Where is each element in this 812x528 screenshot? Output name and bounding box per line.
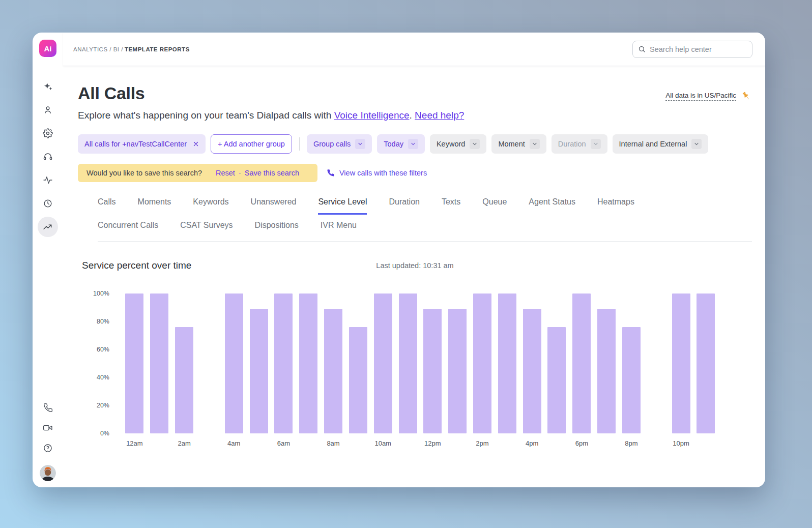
selected-group-chip[interactable]: All calls for +navTestCallCenter	[78, 134, 206, 154]
sidebar-item-history[interactable]	[38, 193, 58, 214]
pin-icon[interactable]	[741, 91, 752, 102]
tab-unanswered[interactable]: Unanswered	[251, 197, 297, 215]
x-axis-label	[147, 439, 172, 447]
headset-icon	[43, 152, 53, 162]
tab-csat-surveys[interactable]: CSAT Surveys	[180, 221, 233, 233]
tab-service-level[interactable]: Service Level	[318, 197, 367, 215]
tabs-divider	[98, 241, 752, 242]
bar-9am	[349, 327, 367, 433]
filter-dropdown-today[interactable]: Today	[377, 134, 425, 154]
sidebar-item-help[interactable]	[38, 438, 58, 458]
bar-12am	[125, 294, 143, 433]
tab-concurrent-calls[interactable]: Concurrent Calls	[98, 221, 158, 233]
filter-dropdown-label: Keyword	[437, 140, 465, 148]
timezone-text[interactable]: All data is in US/Pacific	[665, 92, 736, 101]
sidebar-item-analytics[interactable]	[38, 217, 58, 237]
x-axis-label	[246, 439, 271, 447]
history-icon	[43, 198, 53, 209]
sidebar-item-settings[interactable]	[38, 123, 58, 143]
filter-dropdown-label: Moment	[498, 140, 525, 148]
save-search-link[interactable]: Save this search	[245, 169, 299, 177]
bar-1pm	[448, 309, 467, 433]
help-search-box[interactable]	[632, 41, 752, 58]
bar-slot	[345, 294, 370, 433]
sidebar-item-call-center[interactable]	[38, 146, 58, 167]
filter-dropdown-label: Duration	[558, 140, 586, 148]
close-icon[interactable]	[193, 141, 199, 147]
tab-calls[interactable]: Calls	[98, 197, 116, 215]
add-group-label: + Add another group	[218, 140, 285, 148]
sidebar-item-activity[interactable]	[38, 170, 58, 190]
chevron-down-icon	[530, 139, 540, 149]
x-axis: 12am2am4am6am8am10am12pm2pm4pm6pm8pm10pm	[122, 439, 718, 447]
tab-heatmaps[interactable]: Heatmaps	[597, 197, 634, 215]
breadcrumb-current: TEMPLATE REPORTS	[125, 46, 190, 52]
sidebar-item-calls[interactable]	[38, 398, 58, 417]
chart-title: Service percent over time	[82, 260, 191, 271]
bar-7pm	[597, 309, 616, 433]
bar-12pm	[423, 309, 442, 433]
filter-dropdown-moment[interactable]: Moment	[491, 134, 546, 154]
x-axis-label: 2am	[172, 439, 197, 447]
x-axis-label: 8pm	[619, 439, 644, 447]
sidebar-item-contacts[interactable]	[38, 100, 58, 120]
filter-dropdown-label: Today	[384, 140, 403, 148]
bar-8pm	[622, 327, 641, 433]
reset-link[interactable]: Reset	[216, 169, 235, 177]
bar-slot	[470, 294, 495, 433]
bar-slot	[271, 294, 296, 433]
x-axis-label	[544, 439, 569, 447]
filter-dropdown-internal-and-external[interactable]: Internal and External	[613, 134, 709, 154]
top-bar: ANALYTICS / BI /TEMPLATE REPORTS	[63, 33, 765, 66]
bar-8am	[324, 309, 342, 433]
y-axis-label: 40%	[97, 374, 109, 381]
subtitle-separator: .	[410, 110, 415, 121]
bar-7am	[299, 294, 317, 433]
bar-11am	[399, 294, 417, 433]
bar-4pm	[523, 309, 541, 433]
tab-texts[interactable]: Texts	[442, 197, 460, 215]
x-axis-label: 4am	[221, 439, 246, 447]
sidebar-item-meetings[interactable]	[38, 418, 58, 437]
filter-dropdown-keyword[interactable]: Keyword	[430, 134, 486, 154]
filter-dropdown-group-calls[interactable]: Group calls	[307, 134, 372, 154]
need-help-link[interactable]: Need help?	[415, 110, 464, 121]
dialpad-ai-logo[interactable]: Ai	[39, 40, 56, 57]
breadcrumb-prefix: ANALYTICS / BI /	[73, 46, 123, 52]
x-axis-label: 8am	[321, 439, 346, 447]
filter-dropdown-duration[interactable]: Duration	[552, 134, 607, 154]
view-calls-link[interactable]: View calls with these filters	[327, 169, 427, 177]
x-axis-label: 2pm	[470, 439, 495, 447]
bar-slot	[669, 294, 693, 433]
bar-slot	[519, 294, 544, 433]
search-input[interactable]	[650, 45, 747, 53]
tab-queue[interactable]: Queue	[482, 197, 507, 215]
search-icon	[638, 45, 646, 53]
person-icon	[43, 105, 53, 115]
tab-agent-status[interactable]: Agent Status	[529, 197, 575, 215]
bar-slot	[172, 294, 197, 433]
bar-slot	[495, 294, 519, 433]
user-avatar[interactable]	[40, 465, 56, 481]
tab-duration[interactable]: Duration	[389, 197, 419, 215]
app-window: Ai ANALYTICS / BI /TEMPLATE REPORTS	[33, 33, 765, 487]
tab-keywords[interactable]: Keywords	[193, 197, 228, 215]
bar-4am	[225, 294, 243, 433]
tab-ivr-menu[interactable]: IVR Menu	[321, 221, 357, 233]
chart-last-updated: Last updated: 10:31 am	[376, 261, 453, 270]
page-content: All Calls All data is in US/Pacific Expl…	[63, 66, 765, 487]
tab-moments[interactable]: Moments	[138, 197, 171, 215]
sidebar-item-ai-assistant[interactable]	[38, 76, 58, 97]
voice-intelligence-link[interactable]: Voice Intelligence	[334, 110, 410, 121]
tab-dispositions[interactable]: Dispositions	[255, 221, 299, 233]
filter-bar: All calls for +navTestCallCenter + Add a…	[78, 134, 752, 154]
service-level-section: Service percent over time Last updated: …	[78, 260, 752, 447]
avatar-image	[40, 465, 56, 481]
x-axis-label	[644, 439, 669, 447]
bar-slot	[221, 294, 246, 433]
x-axis-label	[345, 439, 370, 447]
bar-6am	[274, 294, 293, 433]
report-tabs: CallsMomentsKeywordsUnansweredService Le…	[78, 197, 752, 242]
chevron-down-icon	[591, 139, 601, 149]
add-group-button[interactable]: + Add another group	[211, 134, 292, 154]
